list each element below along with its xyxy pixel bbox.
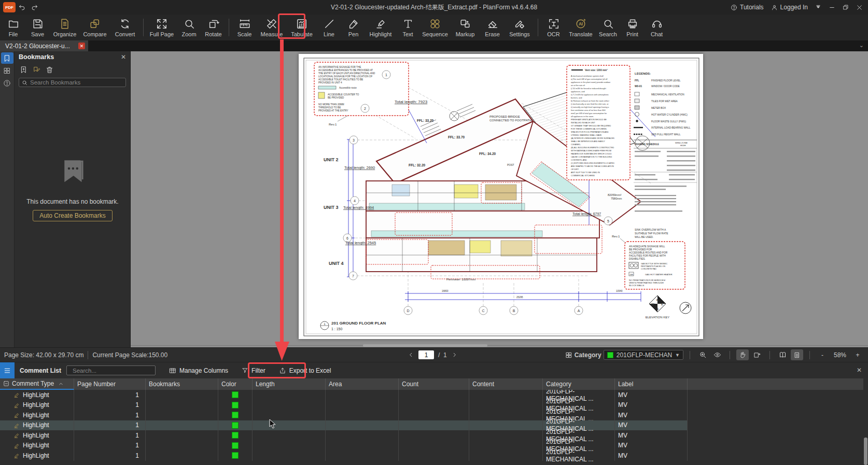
vent-note-line: SPACES FOR FOOD PREPARATION AND xyxy=(571,131,609,133)
comment-list-toggle-button[interactable] xyxy=(0,362,15,379)
next-page-icon[interactable] xyxy=(451,351,458,358)
vertical-scrollbar-thumb[interactable] xyxy=(864,438,867,465)
svg-text:FRAMING SCHEDULE: FRAMING SCHEDULE xyxy=(635,143,659,146)
save-button[interactable]: Save xyxy=(25,16,50,39)
two-page-view-button[interactable] xyxy=(776,349,789,360)
close-button[interactable] xyxy=(856,4,863,11)
comment-search-input[interactable] xyxy=(73,368,152,374)
sidebar-bookmarks-button[interactable] xyxy=(1,52,13,64)
svg-text:WINDOW / DOOR CODE: WINDOW / DOOR CODE xyxy=(651,85,680,88)
manage-columns-button[interactable]: Manage Columns xyxy=(169,367,228,374)
cell: MV xyxy=(615,430,688,441)
single-page-view-button[interactable] xyxy=(791,349,803,360)
column-header-count[interactable]: Count xyxy=(399,378,469,390)
tabulate-button[interactable]: Tabulate xyxy=(287,16,317,39)
minimize-button[interactable] xyxy=(829,4,835,11)
auto-create-bookmarks-button[interactable]: Auto Create Bookmarks xyxy=(33,210,112,221)
svg-text:SINK OVERFLOW WITH A: SINK OVERFLOW WITH A xyxy=(635,228,666,231)
visibility-button[interactable] xyxy=(711,349,723,360)
tab-list-chevron-icon[interactable]: ⌄ xyxy=(859,42,864,49)
vent-note-line: all appliances in the room. xyxy=(571,116,594,118)
text-button[interactable]: Text xyxy=(396,16,420,39)
pan-tool-button[interactable] xyxy=(736,349,749,360)
column-header-length[interactable]: Length xyxy=(253,378,326,390)
tab-close-icon[interactable]: ✕ xyxy=(78,43,85,49)
column-header-content[interactable]: Content xyxy=(469,378,543,390)
document-canvas[interactable]: AN INFORMATIVE SIGNAGE FOR THE ACCESSIBL… xyxy=(131,51,868,347)
pdf-page[interactable]: AN INFORMATIVE SIGNAGE FOR THE ACCESSIBL… xyxy=(299,54,703,339)
category-color-chip xyxy=(607,352,613,358)
toolbar-divider xyxy=(143,19,144,36)
compare-button[interactable]: Compare xyxy=(80,16,110,39)
restore-button[interactable] xyxy=(843,4,849,10)
rotate-button[interactable]: Rotate xyxy=(201,16,226,39)
erase-button[interactable]: Erase xyxy=(480,16,505,39)
organize-button[interactable]: Organize xyxy=(50,16,80,39)
redo-button[interactable] xyxy=(28,2,40,13)
bookmarks-close-icon[interactable]: ✕ xyxy=(121,53,126,61)
measure-button[interactable]: Measure xyxy=(257,16,287,39)
zoom-out-button[interactable]: - xyxy=(816,349,829,360)
export-to-excel-button[interactable]: Export to Excel xyxy=(279,367,331,374)
edit-bookmark-icon[interactable] xyxy=(33,66,40,74)
column-header-label[interactable]: Label xyxy=(615,378,688,390)
add-bookmark-icon[interactable] xyxy=(20,66,27,74)
account-button[interactable]: Logged In xyxy=(771,4,808,11)
category-dropdown[interactable]: 201GFLP-MECHAN ▼ xyxy=(604,350,683,360)
svg-text:SUITABLE TAP FLOW RATE: SUITABLE TAP FLOW RATE xyxy=(635,232,668,235)
main-toolbar: File Save Organize Compare Convert Full … xyxy=(0,15,868,40)
translate-button[interactable]: Translate xyxy=(566,16,596,39)
marquee-zoom-button[interactable] xyxy=(696,349,709,360)
sidebar-help-button[interactable] xyxy=(1,77,13,89)
vent-note-line: (B) ALL BUILDING ELEMENTS CONSTRUCTED xyxy=(571,147,614,149)
ocr-button[interactable]: OCR xyxy=(541,16,566,39)
delete-bookmark-icon[interactable] xyxy=(46,66,53,74)
tutorials-button[interactable]: Tutorials xyxy=(731,4,764,11)
previous-page-icon[interactable] xyxy=(408,351,414,358)
markup-button[interactable]: Markup xyxy=(450,16,480,39)
cell-comment-type: HighLight xyxy=(0,441,74,451)
svg-text:LOCATIONAL SIGNAGE FOR THE LOC: LOCATIONAL SIGNAGE FOR THE LOCATION OF xyxy=(318,75,372,78)
menu-dropdown-button[interactable] xyxy=(815,4,821,10)
comment-panel-close-icon[interactable]: ✕ xyxy=(857,367,862,374)
pen-button[interactable]: Pen xyxy=(341,16,366,39)
settings-button[interactable]: Settings xyxy=(505,16,535,39)
add-note-button[interactable] xyxy=(751,349,763,360)
select-all-checkbox[interactable] xyxy=(3,381,9,387)
print-button[interactable]: Print xyxy=(620,16,645,39)
sidebar-thumbnails-button[interactable] xyxy=(1,65,13,76)
table-row[interactable]: HighLight1201GFLP-MECHANICAL ...MV xyxy=(0,450,688,461)
file-button[interactable]: File xyxy=(1,16,25,39)
zoom-button[interactable]: Zoom xyxy=(177,16,201,39)
convert-button[interactable]: Convert xyxy=(110,16,140,39)
document-tab[interactable]: V2-01-2 Gloucester-u... ✕ xyxy=(0,40,88,51)
highlight-button[interactable]: Highlight xyxy=(366,16,396,39)
sequence-button[interactable]: Sequence xyxy=(420,16,450,39)
svg-text:201 GROUND FLOOR PLAN: 201 GROUND FLOOR PLAN xyxy=(331,321,386,326)
column-header-page-number[interactable]: Page Number xyxy=(74,378,146,390)
column-header-comment-type[interactable]: Comment Type xyxy=(0,378,74,390)
cell xyxy=(469,400,543,411)
column-header-color[interactable]: Color xyxy=(218,378,253,390)
svg-text:BLOCK WALLS: BLOCK WALLS xyxy=(629,284,645,287)
zoom-in-button[interactable]: + xyxy=(851,349,864,360)
scale-button[interactable]: Scale xyxy=(232,16,257,39)
page-number-input[interactable] xyxy=(418,350,434,359)
full-page-button[interactable]: Full Page xyxy=(147,16,177,39)
column-header-category[interactable]: Category xyxy=(543,378,615,390)
bookmarks-search-input[interactable] xyxy=(30,79,123,86)
column-header-bookmarks[interactable]: Bookmarks xyxy=(146,378,218,390)
horizontal-scrollbar-thumb[interactable] xyxy=(363,344,487,347)
search-button[interactable]: Search xyxy=(596,16,620,39)
cell xyxy=(146,430,218,441)
comment-search[interactable] xyxy=(66,365,156,375)
svg-text:Total length: 6797: Total length: 6797 xyxy=(572,212,601,216)
column-header-area[interactable]: Area xyxy=(326,378,399,390)
vent-note-line: INSTALLED IN EACH UNIT xyxy=(571,122,595,124)
filter-button[interactable]: Filter xyxy=(242,367,265,374)
undo-button[interactable] xyxy=(16,2,28,13)
line-button[interactable]: Line xyxy=(317,16,341,39)
bookmarks-search[interactable] xyxy=(19,78,126,87)
chat-button[interactable]: Chat xyxy=(645,16,669,39)
cell xyxy=(146,441,218,451)
